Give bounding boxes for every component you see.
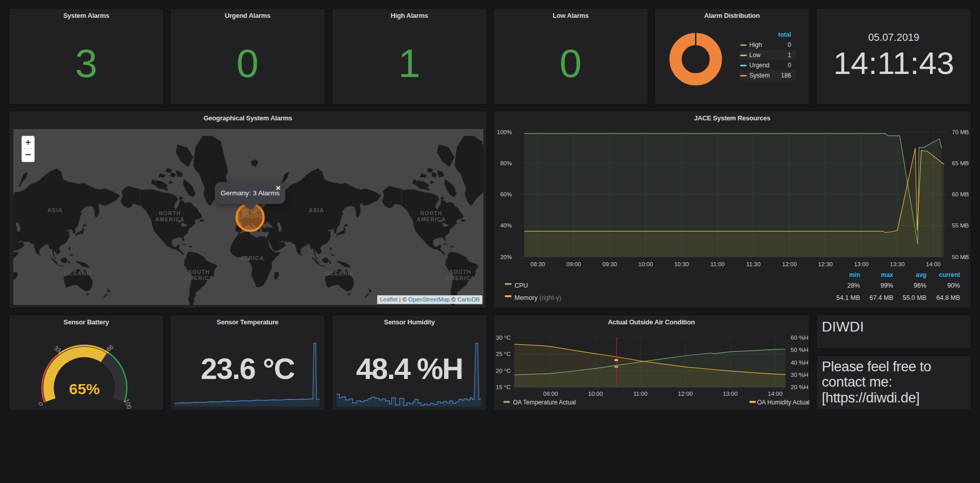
svg-text:13:00: 13:00 bbox=[854, 261, 869, 267]
svg-text:100: 100 bbox=[123, 398, 133, 410]
svg-text:30 %H: 30 %H bbox=[791, 372, 808, 378]
svg-text:70 MB: 70 MB bbox=[952, 129, 969, 135]
svg-text:60 %H: 60 %H bbox=[791, 335, 808, 341]
svg-text:13:00: 13:00 bbox=[723, 391, 738, 397]
svg-text:avg: avg bbox=[916, 271, 926, 278]
svg-text:55 MB: 55 MB bbox=[952, 222, 969, 228]
svg-text:OCEANIA: OCEANIA bbox=[326, 270, 355, 276]
svg-text:65 MB: 65 MB bbox=[952, 160, 969, 166]
svg-text:60 MB: 60 MB bbox=[952, 191, 969, 197]
svg-text:AMERICA: AMERICA bbox=[446, 275, 475, 281]
svg-text:11:00: 11:00 bbox=[633, 391, 648, 397]
svg-text:12:00: 12:00 bbox=[678, 391, 693, 397]
svg-text:54.1 MB: 54.1 MB bbox=[836, 294, 860, 301]
svg-text:AFRICA: AFRICA bbox=[240, 255, 264, 261]
svg-text:11:00: 11:00 bbox=[710, 261, 725, 267]
svg-text:ASIA: ASIA bbox=[47, 207, 63, 213]
svg-text:ASIA: ASIA bbox=[309, 207, 324, 213]
svg-text:12:30: 12:30 bbox=[818, 261, 833, 267]
svg-text:100%: 100% bbox=[497, 129, 512, 135]
svg-text:CPU: CPU bbox=[514, 282, 528, 289]
svg-text:20%: 20% bbox=[500, 254, 512, 260]
svg-text:11:30: 11:30 bbox=[746, 261, 761, 267]
svg-text:25 °C: 25 °C bbox=[496, 351, 511, 357]
svg-text:14:00: 14:00 bbox=[768, 391, 782, 397]
svg-text:65%: 65% bbox=[69, 380, 100, 397]
svg-text:AMERICA: AMERICA bbox=[155, 216, 184, 222]
svg-text:20 %H: 20 %H bbox=[791, 384, 808, 390]
svg-text:60%: 60% bbox=[500, 191, 512, 197]
svg-text:15 °C: 15 °C bbox=[496, 384, 511, 390]
svg-text:67.4 MB: 67.4 MB bbox=[869, 294, 893, 301]
svg-text:12:00: 12:00 bbox=[782, 261, 797, 267]
svg-text:64.8 MB: 64.8 MB bbox=[936, 294, 960, 301]
svg-text:96%: 96% bbox=[914, 282, 926, 289]
svg-text:AMERICA: AMERICA bbox=[184, 275, 213, 281]
svg-text:max: max bbox=[881, 271, 893, 278]
svg-text:50 %H: 50 %H bbox=[791, 347, 808, 353]
svg-text:SOUTH: SOUTH bbox=[188, 269, 210, 275]
svg-text:AMERICA: AMERICA bbox=[416, 216, 446, 222]
svg-text:13:30: 13:30 bbox=[890, 261, 905, 267]
svg-text:current: current bbox=[939, 271, 960, 278]
svg-text:09:00: 09:00 bbox=[543, 391, 558, 397]
svg-text:30 °C: 30 °C bbox=[496, 335, 511, 341]
svg-text:OA Temperature Actual: OA Temperature Actual bbox=[513, 399, 576, 406]
svg-text:09:30: 09:30 bbox=[602, 261, 617, 267]
svg-text:10:30: 10:30 bbox=[674, 261, 689, 267]
svg-text:OCEANIA: OCEANIA bbox=[64, 270, 93, 276]
svg-text:28%: 28% bbox=[847, 282, 860, 289]
svg-text:20 °C: 20 °C bbox=[496, 368, 511, 374]
svg-text:14:00: 14:00 bbox=[926, 261, 941, 267]
svg-text:99%: 99% bbox=[880, 282, 893, 289]
svg-text:10:00: 10:00 bbox=[588, 391, 603, 397]
svg-text:09:00: 09:00 bbox=[567, 261, 581, 267]
svg-text:NORTH: NORTH bbox=[159, 210, 181, 216]
svg-text:10:00: 10:00 bbox=[639, 261, 653, 267]
svg-text:40%: 40% bbox=[500, 222, 512, 228]
svg-text:55.0 MB: 55.0 MB bbox=[902, 294, 926, 301]
svg-text:NORTH: NORTH bbox=[420, 210, 442, 216]
svg-text:40 %H: 40 %H bbox=[791, 360, 808, 366]
svg-text:OA Humidity Actual: OA Humidity Actual bbox=[757, 399, 810, 406]
svg-text:80%: 80% bbox=[500, 160, 512, 166]
svg-text:Memory (right-y): Memory (right-y) bbox=[514, 294, 561, 301]
svg-text:50 MB: 50 MB bbox=[952, 254, 969, 260]
svg-text:90%: 90% bbox=[947, 282, 960, 289]
svg-text:min: min bbox=[849, 271, 860, 278]
svg-text:SOUTH: SOUTH bbox=[450, 269, 472, 275]
svg-text:08:30: 08:30 bbox=[530, 261, 545, 267]
